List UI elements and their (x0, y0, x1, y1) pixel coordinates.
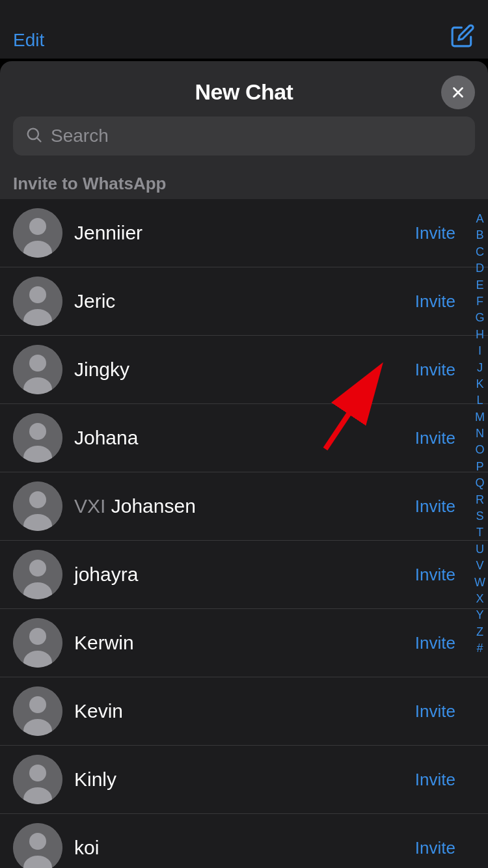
avatar (13, 686, 62, 736)
alpha-letter-E[interactable]: E (476, 278, 483, 293)
invite-button[interactable]: Invite (415, 360, 455, 380)
contact-name: Kevin (74, 700, 403, 722)
modal-header: New Chat (0, 61, 488, 116)
alpha-letter-J[interactable]: J (477, 360, 483, 375)
invite-button[interactable]: Invite (415, 223, 455, 243)
contact-name: VXI Johansen (74, 495, 403, 517)
list-item[interactable]: Jingky Invite (0, 336, 488, 404)
alpha-letter-#[interactable]: # (476, 641, 483, 656)
svg-point-14 (29, 491, 46, 508)
avatar (13, 277, 62, 326)
avatar (13, 413, 62, 463)
section-header: Invite to WhatsApp (0, 167, 488, 199)
avatar (13, 208, 62, 258)
modal-title: New Chat (195, 79, 293, 105)
invite-button[interactable]: Invite (415, 428, 455, 448)
search-icon (25, 126, 43, 146)
compose-icon[interactable] (450, 23, 475, 51)
alpha-letter-K[interactable]: K (476, 377, 483, 392)
list-item[interactable]: johayra Invite (0, 541, 488, 609)
avatar (13, 481, 62, 531)
alpha-letter-L[interactable]: L (476, 394, 483, 409)
alpha-letter-M[interactable]: M (475, 410, 485, 425)
avatar (13, 345, 62, 394)
alpha-letter-Z[interactable]: Z (476, 625, 483, 640)
invite-button[interactable]: Invite (415, 565, 455, 585)
svg-point-5 (29, 286, 46, 303)
contact-name: Kinly (74, 768, 403, 791)
contact-name: Johana (74, 427, 403, 449)
list-item[interactable]: koi Invite (0, 814, 488, 868)
close-button[interactable] (441, 75, 475, 109)
alpha-letter-S[interactable]: S (476, 509, 483, 524)
contact-name: Jingky (74, 359, 403, 381)
alpha-letter-Q[interactable]: Q (475, 476, 484, 491)
alpha-letter-O[interactable]: O (475, 443, 484, 458)
alpha-letter-I[interactable]: I (478, 344, 481, 359)
new-chat-modal: New Chat Search Invite to WhatsApp (0, 61, 488, 868)
alpha-letter-T[interactable]: T (476, 526, 483, 541)
list-item[interactable]: Kevin Invite (0, 677, 488, 746)
invite-button[interactable]: Invite (415, 292, 455, 312)
alpha-letter-R[interactable]: R (476, 493, 484, 508)
list-item[interactable]: VXI Johansen Invite (0, 472, 488, 541)
list-item[interactable]: Kinly Invite (0, 746, 488, 814)
status-bar: Edit (0, 0, 488, 59)
svg-point-20 (29, 628, 46, 645)
contact-name: Jeric (74, 290, 403, 312)
invite-button[interactable]: Invite (415, 701, 455, 722)
alpha-letter-B[interactable]: B (476, 228, 483, 243)
alpha-letter-A[interactable]: A (476, 211, 483, 226)
svg-point-23 (29, 696, 46, 713)
edit-label[interactable]: Edit (13, 30, 44, 51)
alpha-letter-X[interactable]: X (476, 591, 483, 606)
alpha-letter-V[interactable]: V (476, 558, 483, 573)
avatar (13, 550, 62, 599)
invite-button[interactable]: Invite (415, 496, 455, 517)
svg-point-11 (29, 423, 46, 440)
list-item[interactable]: Jenniier Invite (0, 199, 488, 267)
svg-point-29 (29, 833, 46, 850)
search-input[interactable]: Search (51, 126, 109, 146)
alphabet-index: ABCDEFGHIJKLMNOPQRSTUVWXYZ# (474, 211, 485, 657)
contact-name: Kerwin (74, 632, 403, 654)
contact-list: Jenniier Invite Jeric Invite Jingky Invi… (0, 199, 488, 868)
avatar (13, 618, 62, 668)
contact-name: johayra (74, 563, 403, 586)
alpha-letter-C[interactable]: C (476, 245, 484, 260)
invite-button[interactable]: Invite (415, 770, 455, 790)
alpha-letter-U[interactable]: U (476, 542, 484, 557)
svg-point-17 (29, 560, 46, 576)
alpha-letter-H[interactable]: H (476, 327, 484, 342)
invite-button[interactable]: Invite (415, 838, 455, 858)
alpha-letter-P[interactable]: P (476, 459, 483, 474)
avatar (13, 755, 62, 804)
svg-point-2 (29, 218, 46, 235)
contact-name: koi (74, 837, 403, 859)
alpha-letter-W[interactable]: W (474, 575, 485, 590)
alpha-letter-F[interactable]: F (476, 294, 483, 309)
invite-button[interactable]: Invite (415, 633, 455, 653)
alpha-letter-N[interactable]: N (476, 426, 484, 441)
svg-point-8 (29, 355, 46, 372)
svg-point-26 (29, 765, 46, 781)
alpha-letter-D[interactable]: D (476, 261, 484, 276)
svg-point-0 (28, 129, 38, 139)
list-item[interactable]: Kerwin Invite (0, 609, 488, 677)
contact-name: Jenniier (74, 222, 403, 244)
alpha-letter-G[interactable]: G (475, 311, 484, 326)
alpha-letter-Y[interactable]: Y (476, 608, 483, 623)
list-item[interactable]: Jeric Invite (0, 267, 488, 336)
search-bar[interactable]: Search (13, 116, 475, 156)
list-item[interactable]: Johana Invite (0, 404, 488, 472)
search-container: Search (0, 116, 488, 167)
avatar (13, 823, 62, 868)
